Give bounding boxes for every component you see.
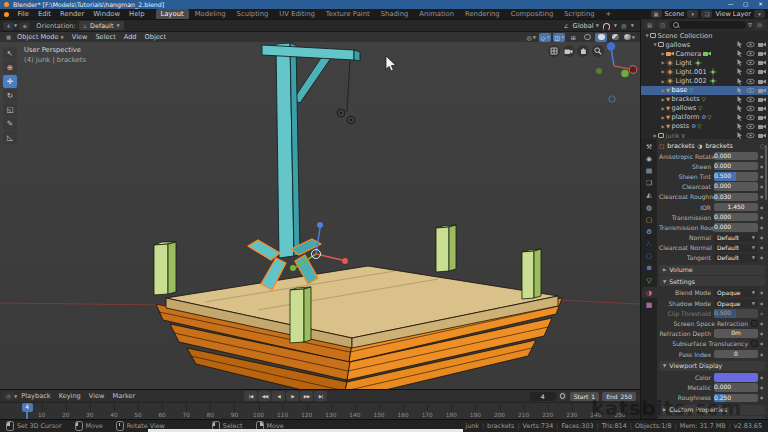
checkbox-subsurface-translucency[interactable] xyxy=(751,340,758,347)
menu-edit[interactable]: Edit xyxy=(33,10,55,18)
dropdown-tangent[interactable]: Default▼ xyxy=(714,254,758,262)
outliner-row-gallows[interactable]: ▶▼gallows▽ xyxy=(641,104,768,113)
move-tool-button[interactable]: ✛ xyxy=(3,75,17,88)
cursor-tool-icon[interactable]: ⊕ xyxy=(19,22,30,30)
render-camera-icon[interactable] xyxy=(758,68,766,75)
selectable-pointer-icon[interactable] xyxy=(737,78,743,85)
keyframe-dot-icon[interactable]: ◆ xyxy=(758,164,765,169)
keyframe-dot-icon[interactable]: ◆ xyxy=(758,255,765,260)
selectable-pointer-icon[interactable] xyxy=(737,123,743,130)
hide-eye-icon[interactable] xyxy=(746,78,755,85)
gallows-structure[interactable] xyxy=(262,43,360,258)
dropdown-normal[interactable]: Default▼ xyxy=(714,233,758,241)
play-button[interactable]: ▶ xyxy=(286,391,299,401)
outliner-row-scene-collection[interactable]: ▼Scene Collection xyxy=(641,31,768,40)
previous-keyframe-button[interactable]: ◀◀ xyxy=(258,391,271,401)
properties-tab-object-data[interactable]: ▽ xyxy=(642,275,657,286)
slider-metallic[interactable]: 0.000 xyxy=(714,383,758,391)
keyframe-dot-icon[interactable]: ◆ xyxy=(758,205,765,210)
workspace-tab-compositing[interactable]: Compositing xyxy=(506,9,559,19)
mode-dropdown[interactable]: Object Mode▼ xyxy=(17,33,64,41)
xray-toggle-icon[interactable]: ⊞ xyxy=(567,33,579,42)
value-field-refraction-depth[interactable]: 0m xyxy=(714,329,758,337)
keyframe-dot-icon[interactable]: ◆ xyxy=(758,290,765,295)
section-header-custom-properties[interactable]: ▶Custom Properties xyxy=(659,405,765,415)
keyframe-dot-icon[interactable]: ◆ xyxy=(758,184,765,189)
keyframe-dot-icon[interactable]: ◆ xyxy=(758,311,765,316)
keyframe-dot-icon[interactable]: ◆ xyxy=(758,174,765,179)
pivot-point-icon[interactable]: ◎▼ xyxy=(525,33,537,42)
orientation-dropdown[interactable]: ⊥ Default ▼ xyxy=(79,21,124,30)
shading-wireframe-icon[interactable] xyxy=(581,33,593,42)
slider-roughness[interactable]: 0.250 xyxy=(714,394,758,402)
viewport-menu-view[interactable]: View xyxy=(68,33,92,41)
workspace-tab-layout[interactable]: Layout xyxy=(156,9,189,19)
scene-selector[interactable]: Scene xyxy=(665,10,685,18)
keyframe-dot-icon[interactable]: ◆ xyxy=(758,245,765,250)
cursor-tool-button[interactable]: ⊕ xyxy=(3,61,17,74)
editor-type-icon[interactable]: ▦ xyxy=(3,33,14,41)
selectable-pointer-icon[interactable] xyxy=(737,105,743,112)
keyframe-dot-icon[interactable]: ◆ xyxy=(758,395,765,400)
keyframe-dot-icon[interactable]: ◆ xyxy=(758,215,765,220)
view-layer-selector[interactable]: View Layer xyxy=(715,10,751,18)
timeline-menu-keying[interactable]: Keying xyxy=(55,392,85,400)
view-layer-icon[interactable]: ❏ xyxy=(701,10,712,18)
light-empties[interactable] xyxy=(337,109,355,124)
keyframe-dot-icon[interactable]: ◆ xyxy=(758,385,765,390)
minimize-button[interactable]: — xyxy=(723,0,738,9)
workspace-tab-sculpting[interactable]: Sculpting xyxy=(232,9,274,19)
scale-tool-button[interactable]: ◱ xyxy=(3,103,17,116)
properties-tab-constraints[interactable]: ⊗ xyxy=(642,263,657,274)
workspace-tab-shading[interactable]: Shading xyxy=(376,9,414,19)
jump-to-start-button[interactable]: |◀ xyxy=(244,391,257,401)
section-header-settings[interactable]: ▼Settings xyxy=(659,276,765,286)
properties-tab-modifiers[interactable]: ⚙ xyxy=(642,226,657,237)
render-camera-icon[interactable] xyxy=(758,59,766,66)
selectable-pointer-icon[interactable] xyxy=(737,50,743,57)
outliner-row-brackets[interactable]: ▶▼brackets▽ xyxy=(641,95,768,104)
selectable-pointer-icon[interactable] xyxy=(737,132,743,139)
outliner-row-light-001[interactable]: ▶Light.001 xyxy=(641,67,768,76)
menu-help[interactable]: Help xyxy=(125,10,150,18)
viewport-menu-select[interactable]: Select xyxy=(91,33,119,41)
select-box-tool-button[interactable]: ↖ xyxy=(3,47,17,60)
properties-tab-particles[interactable]: ∴ xyxy=(642,239,657,250)
slider-transmission[interactable]: 0.000 xyxy=(714,213,758,221)
menu-render[interactable]: Render xyxy=(56,10,89,18)
render-camera-icon[interactable] xyxy=(758,87,766,94)
menu-file[interactable]: File xyxy=(13,10,33,18)
keyframe-dot-icon[interactable]: ◆ xyxy=(758,321,765,326)
outliner-row-gallows[interactable]: ▼gallows xyxy=(641,40,768,49)
outliner-row-platform[interactable]: ▶▼platform⚙▽ xyxy=(641,113,768,122)
selectable-pointer-icon[interactable] xyxy=(737,41,743,48)
auto-keying-record-icon[interactable] xyxy=(559,392,567,400)
slider-transmission-roughness[interactable]: 0.000 xyxy=(714,223,758,231)
dropdown-shadow-mode[interactable]: Opaque▼ xyxy=(714,299,758,307)
properties-tab-output[interactable]: ▤ xyxy=(642,165,657,176)
end-frame-field[interactable]: End250 xyxy=(602,392,636,401)
slider-clearcoat-roughness[interactable]: 0.030 xyxy=(714,193,758,201)
outliner-filter-icon[interactable]: ◳ xyxy=(657,21,668,29)
workspace-tab-scripting[interactable]: Scripting xyxy=(559,9,599,19)
hide-eye-icon[interactable] xyxy=(746,123,755,130)
jump-to-end-button[interactable]: ▶| xyxy=(314,391,327,401)
next-keyframe-button[interactable]: ▶▶ xyxy=(300,391,313,401)
keyframe-dot-icon[interactable]: ◆ xyxy=(758,225,765,230)
hide-eye-icon[interactable] xyxy=(746,41,755,48)
outliner-row-posts[interactable]: ▶▼posts⚙▽ xyxy=(641,122,768,131)
viewport-menu-add[interactable]: Add xyxy=(120,33,141,41)
zoom-magnifier-icon[interactable] xyxy=(592,45,604,57)
workspace-tab-uv-editing[interactable]: UV Editing xyxy=(274,9,319,19)
hide-eye-icon[interactable] xyxy=(746,132,755,139)
render-camera-icon[interactable] xyxy=(758,50,766,57)
annotate-tool-button[interactable]: ✎ xyxy=(3,117,17,130)
snap-magnet-icon[interactable] xyxy=(603,23,610,29)
outliner-row-junk[interactable]: ▶junk∇ xyxy=(641,131,768,139)
camera-view-icon[interactable] xyxy=(563,45,575,57)
slider-clearcoat[interactable]: 0.000 xyxy=(714,182,758,190)
hide-eye-icon[interactable] xyxy=(746,59,755,66)
selectable-pointer-icon[interactable] xyxy=(737,59,743,66)
timeline-menu-playback[interactable]: Playback xyxy=(17,392,54,400)
keyframe-dot-icon[interactable]: ◆ xyxy=(758,375,765,380)
